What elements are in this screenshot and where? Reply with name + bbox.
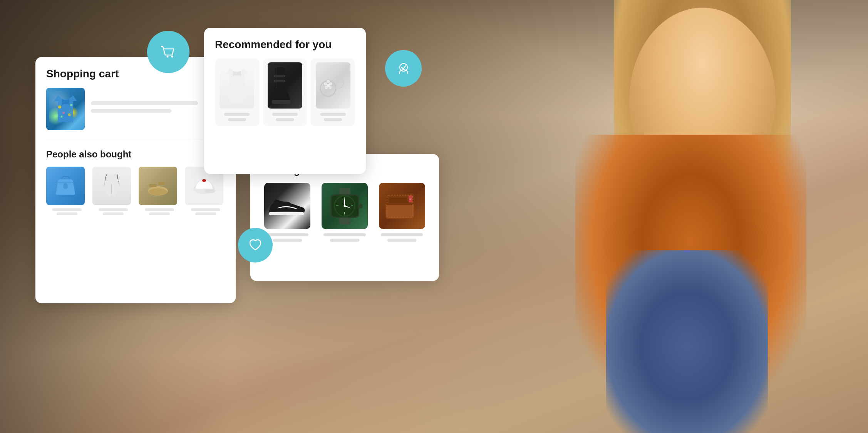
- svg-rect-15: [202, 179, 206, 182]
- svg-rect-10: [149, 184, 157, 187]
- watch-image: [322, 183, 368, 229]
- cap-price-line: [195, 212, 216, 215]
- wallet-price-line: [387, 239, 416, 242]
- svg-point-43: [344, 205, 345, 207]
- watch-name-line: [323, 233, 365, 236]
- might-like-item-wallet[interactable]: s: [375, 183, 428, 243]
- recommended-title: Recommended for you: [215, 38, 355, 51]
- svg-rect-44: [359, 204, 362, 208]
- svg-point-28: [327, 84, 330, 87]
- svg-point-14: [204, 189, 215, 193]
- white-top-name-line: [224, 113, 250, 116]
- cart-circle-icon: [147, 31, 189, 73]
- sneakers-price-line: [273, 239, 302, 242]
- sandals-name-line: [145, 208, 174, 211]
- svg-rect-20: [274, 80, 285, 82]
- might-like-item-sneakers[interactable]: [261, 183, 314, 243]
- sandals-image: [139, 167, 177, 205]
- bag-image: [46, 167, 85, 205]
- white-top-price-line: [228, 118, 246, 121]
- svg-point-1: [171, 56, 173, 58]
- ui-overlay: Shopping cart People a: [0, 0, 868, 433]
- svg-point-6: [68, 114, 71, 116]
- rings-price-line: [324, 118, 342, 121]
- also-bought-item-bag[interactable]: [46, 167, 88, 217]
- recommended-card: Recommended for you: [204, 28, 366, 174]
- rec-item-white-top[interactable]: [215, 59, 259, 126]
- heart-circle-icon: [238, 228, 273, 262]
- verify-circle-icon: [385, 50, 422, 87]
- cart-item-name-line: [91, 101, 198, 105]
- svg-point-5: [62, 112, 65, 114]
- svg-rect-19: [274, 75, 285, 77]
- pants-image: [92, 167, 131, 205]
- svg-point-0: [167, 56, 169, 58]
- cap-name-line: [191, 208, 220, 211]
- rings-name-line: [320, 113, 346, 116]
- svg-point-4: [70, 104, 72, 106]
- shopping-cart-title: Shopping cart: [46, 68, 225, 80]
- people-also-bought-title: People also bought: [46, 149, 225, 160]
- boots-name-line: [272, 113, 298, 116]
- recommended-products-row: [215, 59, 355, 126]
- svg-point-12: [149, 188, 167, 195]
- cart-item-shirt-image: [46, 88, 85, 130]
- boots-price-line: [276, 118, 294, 121]
- also-bought-item-pants[interactable]: [92, 167, 134, 217]
- also-bought-product-row: [46, 167, 225, 217]
- you-might-like-products-row: s: [261, 183, 428, 243]
- cart-item-price-line: [91, 109, 171, 113]
- boots-image: [268, 62, 302, 109]
- svg-rect-48: [389, 197, 411, 203]
- svg-rect-18: [276, 67, 277, 89]
- svg-rect-30: [269, 212, 304, 215]
- people-also-bought-section: People also bought: [46, 141, 225, 217]
- cart-item-row: [46, 88, 225, 130]
- wallet-name-line: [381, 233, 423, 236]
- svg-point-3: [58, 105, 61, 109]
- sneakers-name-line: [266, 233, 308, 236]
- svg-rect-17: [272, 100, 290, 104]
- rings-image: [316, 62, 350, 109]
- also-bought-item-cap[interactable]: [185, 167, 226, 217]
- white-top-image: [220, 62, 254, 109]
- pants-price-line: [103, 212, 124, 215]
- svg-point-8: [63, 183, 68, 189]
- also-bought-item-sandals[interactable]: [139, 167, 180, 217]
- watch-price-line: [330, 239, 359, 242]
- sneakers-image: [264, 183, 310, 229]
- rec-item-rings[interactable]: [311, 59, 355, 126]
- might-like-item-watch[interactable]: [318, 183, 371, 243]
- wallet-image: s: [379, 183, 425, 229]
- sandals-price-line: [149, 212, 170, 215]
- svg-point-7: [61, 116, 63, 118]
- bag-name-line: [52, 208, 82, 211]
- pants-name-line: [99, 208, 128, 211]
- rec-item-boots[interactable]: [263, 59, 307, 126]
- svg-text:s: s: [409, 197, 411, 201]
- bag-price-line: [57, 212, 77, 215]
- svg-rect-11: [158, 182, 165, 185]
